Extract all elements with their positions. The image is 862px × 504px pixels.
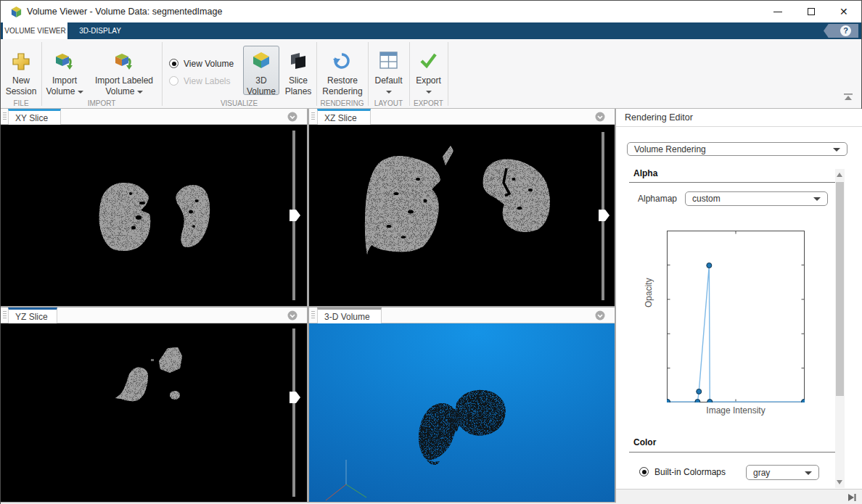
panel-xy-slice: XY Slice: [1, 109, 307, 306]
chevron-down-icon: [813, 197, 821, 201]
xy-slice-image[interactable]: [1, 125, 307, 306]
ribbon-separator: [316, 42, 317, 106]
3d-volume-header: 3-D Volume: [309, 307, 615, 323]
radio-circle: [169, 59, 178, 68]
yz-slice-tab[interactable]: YZ Slice: [8, 307, 57, 323]
close-button[interactable]: ✕: [828, 1, 861, 22]
minimize-button[interactable]: [761, 1, 795, 22]
color-section-label: Color: [633, 437, 656, 447]
panel-options-icon[interactable]: [595, 112, 605, 122]
xz-slice-slider-handle[interactable]: [599, 210, 609, 221]
new-session-icon[interactable]: [12, 52, 30, 71]
default-layout-icon[interactable]: [379, 51, 398, 69]
dropdown-caret: [426, 91, 432, 94]
skip-to-end-icon[interactable]: [847, 493, 857, 502]
scroll-up-icon[interactable]: [837, 173, 842, 177]
builtin-colormaps-label: Built-in Colormaps: [654, 467, 726, 477]
import-labeled-volume-icon[interactable]: [114, 51, 134, 72]
restore-rendering-button[interactable]: RestoreRendering: [319, 75, 366, 97]
panel-grip[interactable]: [311, 311, 315, 320]
maximize-button[interactable]: [795, 1, 828, 22]
minimize-icon: [773, 12, 782, 12]
dropdown-caret: [137, 91, 143, 94]
xy-slice-header: XY Slice: [1, 109, 307, 125]
alpha-section-label: Alpha: [633, 168, 657, 178]
xz-slice-tab[interactable]: XZ Slice: [317, 109, 371, 125]
editor-scrollbar[interactable]: [835, 169, 845, 488]
tab-3d-display[interactable]: 3D-DISPLAY: [67, 22, 133, 39]
plot-xlabel: Image Intensity: [667, 405, 805, 416]
section-label-layout: LAYOUT: [368, 99, 409, 107]
alpha-section-rule: [629, 182, 835, 183]
xz-slice-header: XZ Slice: [309, 109, 615, 125]
rendering-editor-title: Rendering Editor: [616, 109, 862, 127]
yz-slice-image[interactable]: [1, 323, 307, 502]
export-icon[interactable]: [419, 51, 438, 70]
rendering-editor-panel: Rendering Editor Volume Rendering Alpha …: [616, 109, 862, 504]
yz-slice-header: YZ Slice: [1, 307, 307, 323]
maximize-icon: [808, 8, 815, 15]
alphamap-plot[interactable]: [667, 231, 805, 402]
import-labeled-volume-button[interactable]: Import LabeledVolume: [88, 75, 160, 97]
restore-rendering-icon[interactable]: [332, 51, 351, 70]
chevron-down-icon: [833, 148, 840, 152]
window-title: Volume Viewer - Volume Data: segmentedIm…: [27, 7, 222, 17]
dropdown-caret: [386, 91, 392, 94]
scroll-down-icon[interactable]: [837, 480, 842, 484]
panel-3d-volume: 3-D Volume: [309, 307, 615, 502]
alphamap-label: Alphamap: [638, 194, 677, 204]
plot-ylabel: Opacity: [644, 278, 654, 307]
toolstrip-tabs: VOLUME VIEWER 3D-DISPLAY ?: [1, 22, 861, 39]
help-icon[interactable]: ?: [840, 25, 851, 36]
panel-xz-slice: XZ Slice: [309, 109, 615, 306]
close-icon: ✕: [840, 6, 848, 17]
app-cube-icon: [10, 6, 22, 18]
panel-grip[interactable]: [3, 112, 7, 121]
section-label-export: EXPORT: [409, 99, 448, 107]
3d-volume-icon[interactable]: [252, 51, 271, 70]
import-volume-button[interactable]: ImportVolume: [41, 75, 88, 97]
3d-volume-tab[interactable]: 3-D Volume: [317, 307, 382, 323]
chevron-down-icon: [805, 471, 812, 475]
yz-slice-slider-handle[interactable]: [290, 392, 300, 403]
section-label-rendering: RENDERING: [316, 99, 368, 107]
section-label-visualize: VISUALIZE: [162, 99, 316, 107]
slice-planes-icon[interactable]: [289, 52, 308, 70]
colormap-dropdown[interactable]: gray: [746, 465, 819, 480]
panel-grip[interactable]: [3, 311, 7, 320]
panel-options-icon[interactable]: [595, 310, 605, 321]
ribbon-separator: [448, 42, 448, 106]
builtin-colormaps-radio[interactable]: [639, 467, 649, 476]
color-section-rule: [629, 452, 835, 453]
section-label-import: IMPORT: [41, 99, 162, 107]
scrollbar-thumb[interactable]: [836, 182, 844, 396]
default-layout-button[interactable]: Default: [368, 75, 409, 97]
radio-circle: [169, 76, 178, 86]
panel-yz-slice: YZ Slice: [1, 307, 307, 502]
import-volume-icon[interactable]: [54, 51, 75, 72]
xy-slice-slider-handle[interactable]: [290, 210, 300, 221]
tab-volume-viewer[interactable]: VOLUME VIEWER: [3, 22, 67, 39]
new-session-button[interactable]: NewSession: [1, 75, 41, 97]
ribbon-toolbar: NewSession FILE ImportVolume Import Labe…: [1, 39, 861, 109]
xy-slice-tab[interactable]: XY Slice: [8, 109, 61, 125]
panel-options-icon[interactable]: [287, 112, 297, 122]
collapse-ribbon-icon[interactable]: [843, 93, 853, 102]
yz-slice-slider-track[interactable]: [292, 329, 295, 497]
3d-volume-view[interactable]: [309, 323, 615, 502]
editor-bottom-bar: [616, 489, 862, 504]
dropdown-caret: [78, 91, 83, 94]
panel-options-icon[interactable]: [287, 310, 297, 321]
alphamap-dropdown[interactable]: custom: [685, 191, 828, 206]
rendering-mode-dropdown[interactable]: Volume Rendering: [627, 142, 847, 156]
3d-volume-label[interactable]: 3DVolume: [243, 75, 279, 97]
title-bar: Volume Viewer - Volume Data: segmentedIm…: [1, 1, 861, 22]
export-button[interactable]: Export: [409, 75, 448, 97]
app-window: Volume Viewer - Volume Data: segmentedIm…: [0, 0, 862, 504]
ribbon-separator: [162, 42, 163, 106]
slice-planes-button[interactable]: SlicePlanes: [281, 75, 316, 97]
xz-slice-image[interactable]: [309, 125, 615, 306]
section-label-file: FILE: [1, 99, 41, 107]
panel-grip[interactable]: [311, 112, 315, 121]
